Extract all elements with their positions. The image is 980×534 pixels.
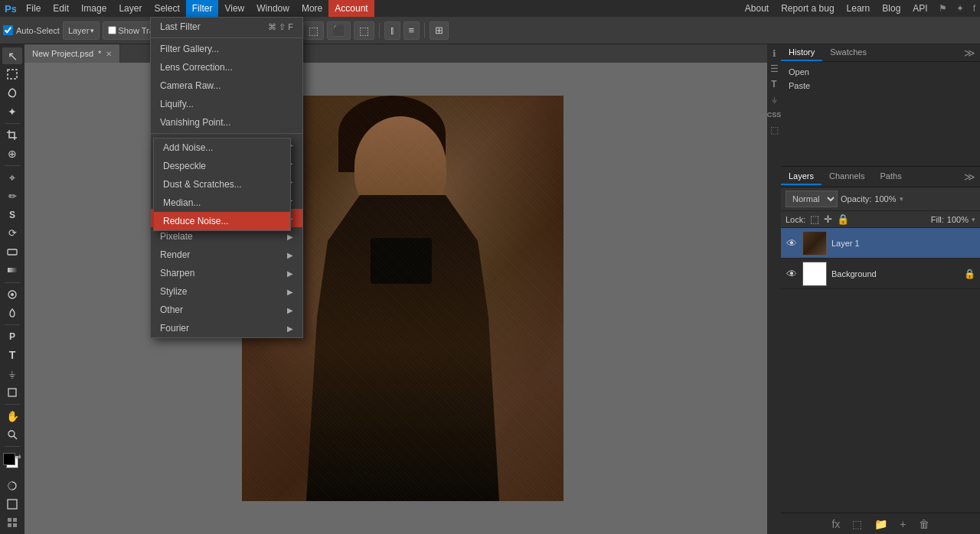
type-v-tool-btn[interactable]: ⏚ <box>2 365 22 382</box>
layer1-visibility[interactable]: 👁 <box>786 237 798 249</box>
noise-despeckle[interactable]: Despeckle <box>154 157 290 175</box>
align-top[interactable]: ⬚ <box>303 21 324 40</box>
brush-tool-btn[interactable]: ✏ <box>2 187 22 204</box>
magic-wand-btn[interactable]: ✦ <box>2 103 22 120</box>
filter-last-filter[interactable]: Last Filter ⌘ ⇧ F <box>151 18 302 36</box>
pen-tool-btn[interactable]: P <box>2 328 22 345</box>
background-visibility[interactable]: 👁 <box>786 268 798 280</box>
filter-sharpen[interactable]: Sharpen ▶ <box>151 264 302 282</box>
blur-tool-btn[interactable] <box>2 285 22 302</box>
noise-add-noise[interactable]: Add Noise... <box>154 138 290 157</box>
grid-view-btn[interactable] <box>2 514 22 531</box>
eyedropper-btn[interactable]: ⊕ <box>2 145 22 162</box>
history-item-paste[interactable]: Paste <box>784 79 977 93</box>
menu-select[interactable]: Select <box>148 0 185 17</box>
menu-blog[interactable]: Blog <box>876 0 906 17</box>
lock-pos-btn[interactable]: ✛ <box>824 213 832 225</box>
history-brush-btn[interactable]: ⟳ <box>2 225 22 242</box>
menu-filter[interactable]: Filter <box>186 0 219 17</box>
type-tool-btn[interactable]: T <box>2 347 22 363</box>
image-icon-btn[interactable]: ⬚ <box>768 124 780 136</box>
eraser-btn[interactable] <box>2 243 22 260</box>
menu-report-bug[interactable]: Report a bug <box>775 0 840 17</box>
layer-item-background[interactable]: 👁 Background 🔒 <box>781 259 980 289</box>
layers-panel-collapse[interactable]: ≫ <box>959 169 980 184</box>
info-icon-btn[interactable]: ℹ <box>768 47 780 60</box>
filter-fourier[interactable]: Fourier ▶ <box>151 319 302 337</box>
delete-layer-btn[interactable]: 🗑 <box>916 516 933 532</box>
color-swatches[interactable]: ⇄ <box>3 453 21 473</box>
lock-pixels-btn[interactable]: ⬚ <box>810 213 819 225</box>
gradient-btn[interactable] <box>2 262 22 278</box>
align-middle-v[interactable]: ⬛ <box>327 21 351 40</box>
zoom-tool-btn[interactable] <box>2 426 22 443</box>
layers-icon-btn[interactable]: ☰ <box>768 63 780 75</box>
css-icon-btn[interactable]: CSS <box>768 109 780 121</box>
crop-tool-btn[interactable] <box>2 127 22 144</box>
tab-layers[interactable]: Layers <box>781 168 822 185</box>
menu-file[interactable]: File <box>20 0 47 17</box>
opacity-arrow[interactable]: ▾ <box>900 195 903 203</box>
menu-more[interactable]: More <box>296 0 328 17</box>
distribute-h[interactable]: ⫿ <box>384 21 400 40</box>
menu-view[interactable]: View <box>218 0 250 17</box>
foreground-color[interactable] <box>3 453 15 465</box>
type-icon-btn[interactable]: ⏚ <box>768 93 780 106</box>
add-mask-btn[interactable]: ⬚ <box>849 516 865 532</box>
history-panel-collapse[interactable]: ≫ <box>959 45 980 60</box>
heal-tool-btn[interactable]: ⌖ <box>2 169 22 186</box>
filter-liquify[interactable]: Liquify... <box>151 95 302 113</box>
quick-mask-btn[interactable] <box>2 477 22 493</box>
fill-value[interactable]: 100% <box>947 215 969 224</box>
history-item-open[interactable]: Open <box>784 65 977 79</box>
tab-swatches[interactable]: Swatches <box>822 44 874 61</box>
fill-arrow[interactable]: ▾ <box>972 216 975 223</box>
filter-vanishing-point[interactable]: Vanishing Point... <box>151 113 302 132</box>
menu-layer[interactable]: Layer <box>113 0 148 17</box>
layer-item-layer1[interactable]: 👁 Layer 1 <box>781 228 980 259</box>
opacity-value[interactable]: 100% <box>874 194 896 204</box>
close-tab-btn[interactable]: ✕ <box>106 50 112 58</box>
menu-about[interactable]: About <box>739 0 775 17</box>
auto-select-checkbox[interactable]: Auto-Select <box>3 25 60 35</box>
tab-channels[interactable]: Channels <box>822 168 872 185</box>
dodge-tool-btn[interactable] <box>2 304 22 321</box>
distribute-v[interactable]: ≡ <box>403 21 420 40</box>
filter-stylize[interactable]: Stylize ▶ <box>151 282 302 301</box>
screen-mode-btn[interactable] <box>2 496 22 513</box>
move-tool-btn[interactable]: ↖ <box>2 47 22 64</box>
menu-window[interactable]: Window <box>250 0 296 17</box>
lasso-tool-btn[interactable] <box>2 84 22 101</box>
lock-all-btn[interactable]: 🔒 <box>837 213 849 225</box>
menu-account[interactable]: Account <box>328 0 374 17</box>
swap-colors[interactable]: ⇄ <box>15 453 21 461</box>
tab-paths[interactable]: Paths <box>873 168 910 185</box>
noise-median[interactable]: Median... <box>154 194 290 212</box>
marquee-tool-btn[interactable] <box>2 66 22 83</box>
filter-other[interactable]: Other ▶ <box>151 301 302 319</box>
filter-camera-raw[interactable]: Camera Raw... <box>151 77 302 95</box>
layer-select[interactable]: Layer ▾ <box>63 21 100 40</box>
filter-gallery[interactable]: Filter Gallery... <box>151 40 302 58</box>
noise-reduce-noise[interactable]: Reduce Noise... <box>154 212 290 230</box>
filter-lens-correction[interactable]: Lens Correction... <box>151 58 302 77</box>
hand-tool-btn[interactable]: ✋ <box>2 408 22 425</box>
shape-tool-btn[interactable] <box>2 383 22 400</box>
noise-dust-scratches[interactable]: Dust & Scratches... <box>154 175 290 194</box>
filter-render[interactable]: Render ▶ <box>151 246 302 264</box>
align-bottom[interactable]: ⬚ <box>354 21 374 40</box>
blend-mode-select[interactable]: Normal Multiply Screen <box>786 190 838 207</box>
canvas-tab-item[interactable]: New Project.psd* ✕ <box>24 44 120 63</box>
svg-text:Ps: Ps <box>5 3 16 15</box>
fx-btn[interactable]: fx <box>828 516 843 532</box>
menu-learn[interactable]: Learn <box>841 0 877 17</box>
tab-history[interactable]: History <box>781 44 822 61</box>
text-icon-btn[interactable]: T <box>768 78 780 90</box>
stamp-tool-btn[interactable]: S <box>2 207 22 223</box>
new-layer-btn[interactable]: + <box>897 516 909 532</box>
menu-edit[interactable]: Edit <box>47 0 75 17</box>
new-group-btn[interactable]: 📁 <box>871 516 890 532</box>
grid-btn[interactable]: ⊞ <box>430 21 449 40</box>
menu-image[interactable]: Image <box>75 0 113 17</box>
menu-api[interactable]: API <box>906 0 933 17</box>
